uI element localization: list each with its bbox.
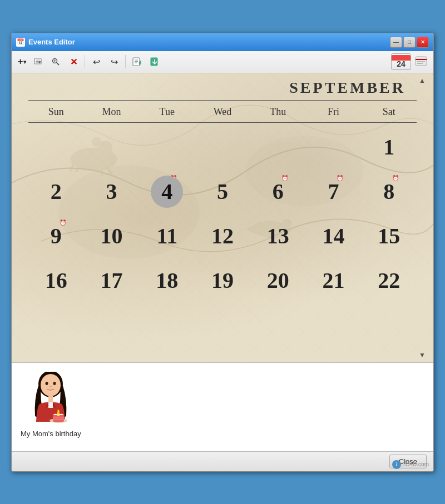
minimize-button[interactable]: — xyxy=(390,37,402,48)
day-18[interactable]: 18 xyxy=(139,261,195,301)
day-9[interactable]: ⏰ 9 xyxy=(28,216,84,256)
title-bar: 📅 Events Editor — □ ✕ xyxy=(12,33,433,51)
toolbar-divider-2 xyxy=(125,55,126,68)
lo4d-watermark: i LO4D.com xyxy=(392,460,429,469)
export-button[interactable] xyxy=(129,54,145,69)
maximize-button[interactable]: □ xyxy=(403,37,416,48)
calendar-area: ▲ SEPTEMBER Sun Mon Tue Wed Thu Fri Sat … xyxy=(12,73,433,362)
day-5[interactable]: 5 xyxy=(195,172,250,212)
event-avatar xyxy=(28,372,73,427)
day-8[interactable]: ⏰ 8 xyxy=(361,172,417,212)
svg-point-32 xyxy=(41,374,61,396)
day-3[interactable]: 3 xyxy=(84,172,140,212)
svg-point-33 xyxy=(46,382,48,385)
day-21[interactable]: 21 xyxy=(306,261,362,301)
day-11[interactable]: 11 xyxy=(139,216,195,256)
day-16[interactable]: 16 xyxy=(28,261,84,301)
svg-point-40 xyxy=(58,410,59,412)
scroll-down-arrow[interactable]: ▼ xyxy=(419,351,426,359)
day-4[interactable]: ⏰ 4 xyxy=(139,172,195,212)
undo-button[interactable]: ↩ xyxy=(88,54,104,69)
toolbar-divider-1 xyxy=(85,55,85,68)
calendar-separator-1 xyxy=(28,100,417,101)
main-window: 📅 Events Editor — □ ✕ + ▾ xyxy=(11,33,434,472)
delete-button[interactable]: ✕ xyxy=(66,54,81,69)
window-icon: 📅 xyxy=(16,38,25,47)
search-button[interactable] xyxy=(48,54,63,69)
day-header-fri: Fri xyxy=(306,104,362,120)
event-panel: My Mom's birthday xyxy=(12,362,433,451)
scroll-up-arrow[interactable]: ▲ xyxy=(419,77,426,84)
day-14[interactable]: 14 xyxy=(306,216,362,256)
window-title: Events Editor xyxy=(28,38,387,46)
day-17[interactable]: 17 xyxy=(84,261,140,301)
day-header-mon: Mon xyxy=(84,104,140,120)
import-button[interactable] xyxy=(147,54,162,69)
month-title: SEPTEMBER xyxy=(23,79,422,97)
day-6[interactable]: ⏰ 6 xyxy=(250,172,306,212)
redo-button[interactable]: ↪ xyxy=(106,54,122,69)
event-label: My Mom's birthday xyxy=(21,430,81,438)
day-7[interactable]: ⏰ 7 xyxy=(306,172,362,212)
day-19[interactable]: 19 xyxy=(195,261,250,301)
toolbar: + ▾ ✕ ↩ ↪ xyxy=(12,51,433,73)
day-10[interactable]: 10 xyxy=(84,216,140,256)
day-headers: Sun Mon Tue Wed Thu Fri Sat xyxy=(28,104,417,120)
calendar-separator-2 xyxy=(28,122,417,123)
calendar-view-button[interactable]: 24 xyxy=(391,53,411,70)
calendar-day-number: 24 xyxy=(397,59,406,68)
day-12[interactable]: 12 xyxy=(195,216,250,256)
day-22[interactable]: 22 xyxy=(361,261,417,301)
day-13[interactable]: 13 xyxy=(250,216,306,256)
day-header-sun: Sun xyxy=(28,104,84,120)
day-header-thu: Thu xyxy=(250,104,306,120)
event-item[interactable]: My Mom's birthday xyxy=(21,372,81,442)
day-20[interactable]: 20 xyxy=(250,261,306,301)
list-view-button[interactable] xyxy=(413,53,429,69)
day-2[interactable]: 2 xyxy=(28,172,84,212)
calendar-grid: x x x x x x 1 2 3 ⏰ 4 5 ⏰ 6 ⏰ 7 ⏰ xyxy=(28,127,417,301)
toolbar-right: 24 xyxy=(391,53,429,70)
svg-line-5 xyxy=(57,63,59,65)
day-header-sat: Sat xyxy=(361,104,417,120)
svg-point-34 xyxy=(53,382,56,385)
day-1[interactable]: 1 xyxy=(361,127,417,167)
day-15[interactable]: 15 xyxy=(361,216,417,256)
window-close-button[interactable]: ✕ xyxy=(417,37,429,48)
bottom-bar: Close i LO4D.com xyxy=(12,451,433,471)
svg-rect-14 xyxy=(416,57,427,66)
add-button[interactable]: + ▾ xyxy=(16,54,28,69)
edit-button[interactable] xyxy=(30,54,46,69)
title-bar-buttons: — □ ✕ xyxy=(390,37,429,48)
day-header-wed: Wed xyxy=(195,104,250,120)
day-header-tue: Tue xyxy=(139,104,195,120)
